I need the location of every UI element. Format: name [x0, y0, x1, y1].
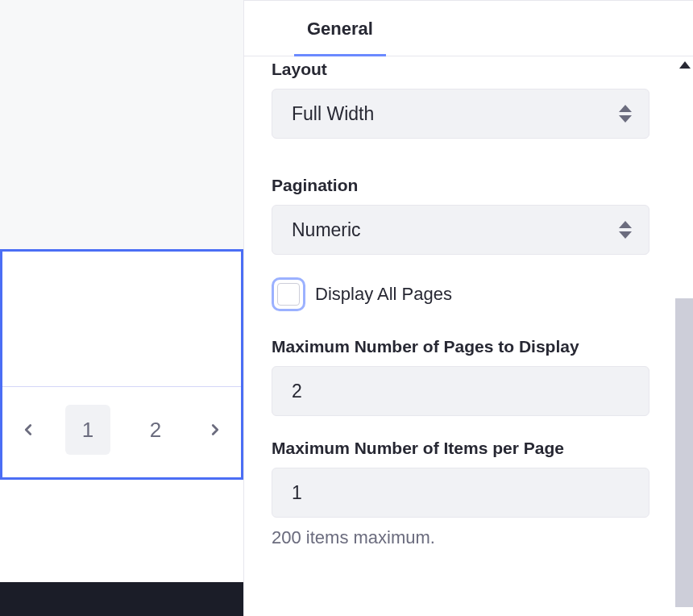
pagination-select[interactable]: Numeric — [272, 205, 649, 255]
preview-content-area — [2, 252, 241, 387]
preview-selected-block[interactable]: 1 2 — [0, 249, 243, 480]
max-items-helper: 200 items maximum. — [272, 527, 669, 548]
next-page-button[interactable] — [201, 415, 230, 444]
preview-blank-area — [0, 0, 243, 249]
display-all-pages-checkbox[interactable] — [272, 277, 305, 311]
page-number-2[interactable]: 2 — [133, 405, 178, 455]
prev-page-button[interactable] — [14, 415, 43, 444]
max-pages-label: Maximum Number of Pages to Display — [272, 337, 669, 356]
display-all-pages-label: Display All Pages — [315, 284, 452, 305]
pagination-label: Pagination — [272, 176, 669, 195]
pagination-preview: 1 2 — [2, 387, 241, 477]
display-all-pages-group: Display All Pages — [272, 277, 669, 311]
chevron-right-icon — [206, 421, 224, 439]
settings-panel: General Layout Full Width Pagination — [244, 0, 693, 616]
max-items-input[interactable] — [272, 468, 649, 518]
preview-footer-bar — [0, 582, 243, 616]
layout-select[interactable]: Full Width — [272, 89, 649, 139]
page-number-1[interactable]: 1 — [65, 405, 110, 455]
pagination-group: Pagination Numeric — [272, 176, 669, 255]
settings-body: Layout Full Width Pagination Numeric — [244, 56, 693, 607]
max-pages-input[interactable] — [272, 366, 649, 416]
scroll-up-arrow-icon[interactable] — [679, 61, 691, 69]
layout-label: Layout — [272, 60, 669, 79]
chevron-left-icon — [19, 421, 37, 439]
preview-panel: 1 2 — [0, 0, 244, 616]
layout-group: Layout Full Width — [272, 60, 669, 139]
max-pages-group: Maximum Number of Pages to Display — [272, 337, 669, 416]
settings-tabs: General — [244, 1, 693, 56]
checkbox-box-icon — [277, 283, 300, 306]
tab-general[interactable]: General — [294, 1, 386, 56]
max-items-label: Maximum Number of Items per Page — [272, 439, 669, 458]
max-items-group: Maximum Number of Items per Page 200 ite… — [272, 439, 669, 548]
